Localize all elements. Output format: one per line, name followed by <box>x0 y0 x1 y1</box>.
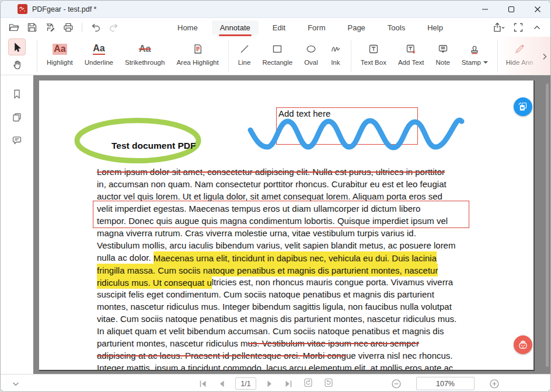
tool-label: Add Text <box>398 59 424 66</box>
next-page-icon[interactable] <box>265 379 274 388</box>
select-tool-button[interactable] <box>8 38 26 55</box>
text-box-icon <box>368 40 379 58</box>
menu-tabs: Home Annotate Edit Form Page Tools Help <box>169 20 451 35</box>
previous-page-icon[interactable] <box>217 379 226 388</box>
annotate-ribbon: Aa Highlight Aa Underline Aa Strikethrou… <box>1 37 550 75</box>
comments-icon[interactable] <box>10 134 24 148</box>
collapse-sidebar-icon[interactable] <box>10 378 22 390</box>
pdfgear-logo-icon <box>18 4 27 14</box>
document-text-line: velit imperdiet egestas. Maecenas tempus… <box>97 202 456 215</box>
page-indicator[interactable]: 1/1 <box>235 377 256 390</box>
close-button[interactable] <box>524 1 550 18</box>
fullscreen-icon[interactable] <box>513 22 524 33</box>
rectangle-icon <box>271 40 283 58</box>
text-segment: nulla ac dolor. <box>97 253 154 262</box>
tool-text-box-button[interactable]: Text Box <box>355 37 392 75</box>
page-navigation: 1/1 <box>198 374 334 392</box>
tool-label: Strikethrough <box>125 59 165 66</box>
hide-annotations-icon <box>514 40 525 58</box>
tool-label: Area Highlight <box>176 59 218 66</box>
document-body-text: Lorem ipsum dolor sit amet, consectetur … <box>97 166 456 371</box>
tool-highlight-button[interactable]: Aa Highlight <box>41 37 79 75</box>
print-icon[interactable] <box>61 20 76 34</box>
tool-label: Note <box>435 59 449 66</box>
undo-icon[interactable] <box>88 20 103 34</box>
last-page-icon[interactable] <box>283 379 294 389</box>
highlighted-text: ridiculus mus. Ut consequat u <box>97 276 212 289</box>
bookmarks-icon[interactable] <box>10 87 24 101</box>
tool-label: Ink <box>331 59 340 66</box>
tool-area-highlight-button[interactable]: Area Highlight <box>170 37 224 75</box>
tool-ink-button[interactable]: Ink <box>324 37 347 75</box>
strikethrough-text: Lorem ipsum dolor sit amet, consectetur … <box>97 167 445 177</box>
vertical-scrollbar[interactable] <box>546 83 549 367</box>
pdfgear-window: PDFgear - test.pdf * Home Annotate Edit … <box>0 0 551 392</box>
redo-icon[interactable] <box>106 20 121 34</box>
blue-ink-annotation[interactable] <box>245 113 469 156</box>
tool-strikethrough-button[interactable]: Aa Strikethrough <box>119 37 170 75</box>
document-text-line: fringilla massa. Cum sociis natoque pena… <box>97 264 456 276</box>
rotate-left-icon[interactable] <box>302 377 314 391</box>
tab-annotate[interactable]: Annotate <box>212 20 259 35</box>
area-highlight-icon <box>192 40 204 58</box>
ai-assistant-button[interactable] <box>514 335 532 354</box>
tab-page[interactable]: Page <box>339 20 373 35</box>
minimize-button[interactable] <box>472 1 498 18</box>
document-text-line: Vestibulum mollis, arcu iaculis bibendum… <box>97 239 456 251</box>
page-thumbnails-icon[interactable] <box>10 110 24 124</box>
document-text-line: magna viverra rutrum. Cras viverra moles… <box>97 227 456 239</box>
maximize-button[interactable] <box>498 1 524 18</box>
convert-to-word-button[interactable] <box>514 97 532 116</box>
highlighted-text: Maecenas urna elit, tincidunt in dapibus… <box>154 251 437 265</box>
text-segment: auctor vel quis lorem. Ut et ligula dolo… <box>97 191 442 201</box>
save-icon[interactable] <box>25 20 40 34</box>
ribbon-divider <box>228 40 229 72</box>
stamp-icon <box>469 40 480 58</box>
tool-oval-button[interactable]: Oval <box>298 37 324 75</box>
tab-home[interactable]: Home <box>169 20 206 35</box>
first-page-icon[interactable] <box>198 379 208 389</box>
tab-form[interactable]: Form <box>299 20 333 35</box>
tool-stamp-button[interactable]: Stamp <box>456 37 494 75</box>
save-as-icon[interactable] <box>43 20 58 34</box>
tool-label: Line <box>238 59 251 66</box>
document-text-line: Integer mattis, ipsum a tincidunt commod… <box>97 362 456 371</box>
tool-label: Underline <box>85 59 113 66</box>
line-icon <box>239 40 250 58</box>
rotate-right-icon[interactable] <box>323 377 334 391</box>
hand-tool-button[interactable] <box>10 57 25 72</box>
tab-tools[interactable]: Tools <box>379 20 413 35</box>
ribbon-overflow-chevron[interactable] <box>540 51 549 62</box>
highlight-icon: Aa <box>53 40 67 58</box>
pdf-page[interactable]: Test document PDF Add text here Lorem ip… <box>39 80 535 371</box>
highlighted-text: fringilla massa. Cum sociis natoque pena… <box>97 264 438 277</box>
tab-edit[interactable]: Edit <box>264 20 294 35</box>
text-segment: ltricies est, non rhoncus mauris congue … <box>212 277 453 287</box>
zoom-in-icon[interactable] <box>489 379 500 389</box>
robot-icon <box>517 338 529 351</box>
tab-help[interactable]: Help <box>419 20 451 35</box>
tool-add-text-button[interactable]: Add Text <box>392 37 430 75</box>
zoom-level[interactable]: 107% <box>416 377 475 390</box>
document-canvas[interactable]: Test document PDF Add text here Lorem ip… <box>33 75 550 374</box>
tool-hide-annotations-button[interactable]: Hide Ann <box>501 37 538 75</box>
statusbar: 1/1 107% <box>1 374 550 392</box>
ribbon-divider <box>497 40 498 72</box>
tool-label: Stamp <box>462 59 488 66</box>
left-sidebar <box>1 75 33 374</box>
tool-underline-button[interactable]: Aa Underline <box>79 37 119 75</box>
share-icon[interactable] <box>492 22 505 33</box>
tool-label: Oval <box>304 59 318 66</box>
tool-line-button[interactable]: Line <box>232 37 257 75</box>
tool-note-button[interactable]: Note <box>430 37 455 75</box>
text-segment: parturient montes, nascetur ridiculus m <box>97 338 247 348</box>
tool-rectangle-button[interactable]: Rectangle <box>256 37 298 75</box>
open-file-icon[interactable] <box>6 20 22 34</box>
add-text-icon <box>405 40 417 58</box>
text-segment: velit imperdiet egestas. Maecenas tempus… <box>97 204 420 214</box>
collapse-toolbar-icon[interactable] <box>532 22 542 33</box>
stamp-dropdown-caret <box>483 61 488 64</box>
document-text-line: montes, nascetur ridiculus mus. Integer … <box>97 300 456 313</box>
zoom-out-icon[interactable] <box>391 379 402 389</box>
document-text-line: adipiscing at ac lacus. Praesent id pell… <box>97 349 456 362</box>
